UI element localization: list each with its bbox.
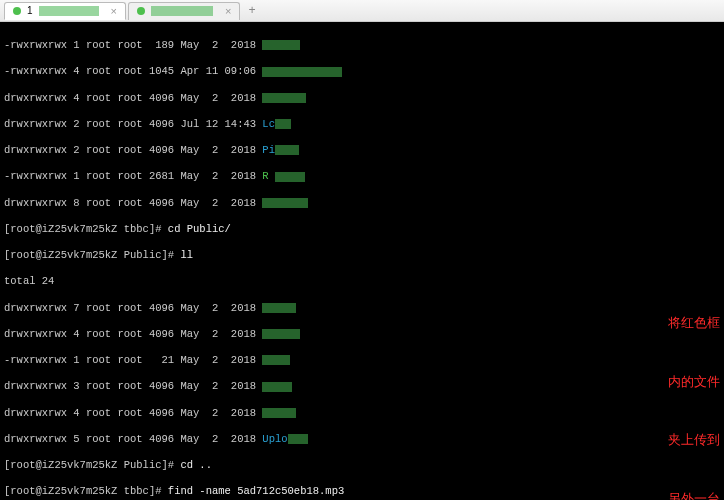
- command: ll: [180, 249, 193, 261]
- prompt: [root@iZ25vk7m25kZ Public]#: [4, 459, 180, 471]
- redacted-block: [275, 119, 291, 129]
- close-icon[interactable]: ×: [225, 5, 231, 17]
- redacted-block: [262, 408, 296, 418]
- redacted-block: [262, 303, 296, 313]
- redacted-block: [288, 434, 308, 444]
- redacted-block: [39, 6, 99, 16]
- redacted-block: [262, 40, 300, 50]
- ls-line: drwxrwxrwx 4 root root 4096 May 2 2018: [4, 92, 262, 104]
- prompt: [root@iZ25vk7m25kZ Public]#: [4, 249, 180, 261]
- annotation-line: 将红色框: [668, 313, 720, 333]
- redacted-block: [262, 355, 290, 365]
- ls-line: drwxrwxrwx 4 root root 4096 May 2 2018: [4, 328, 262, 340]
- ls-line: drwxrwxrwx 8 root root 4096 May 2 2018: [4, 197, 262, 209]
- output-line: total 24: [4, 275, 720, 288]
- redacted-block: [275, 172, 305, 182]
- ls-line: drwxrwxrwx 7 root root 4096 May 2 2018: [4, 302, 262, 314]
- redacted-block: [262, 67, 342, 77]
- tab-label: 1: [27, 5, 33, 16]
- redacted-block: [262, 198, 308, 208]
- ls-line: -rwxrwxrwx 4 root root 1045 Apr 11 09:06: [4, 65, 262, 77]
- annotation-line: 另外一台: [668, 489, 720, 501]
- redacted-block: [262, 382, 292, 392]
- command: cd Public/: [168, 223, 231, 235]
- annotation-line: 内的文件: [668, 372, 720, 392]
- ls-line: drwxrwxrwx 4 root root 4096 May 2 2018: [4, 407, 262, 419]
- prompt: [root@iZ25vk7m25kZ tbbc]#: [4, 485, 168, 497]
- ls-line: -rwxrwxrwx 1 root root 2681 May 2 2018: [4, 170, 262, 182]
- tab-1[interactable]: 1 ×: [4, 2, 126, 20]
- red-annotation: 将红色框 内的文件 夹上传到 另外一台 服务器: [668, 274, 720, 500]
- redacted-block: [262, 329, 300, 339]
- status-dot-icon: [137, 7, 145, 15]
- ls-line: -rwxrwxrwx 1 root root 189 May 2 2018: [4, 39, 262, 51]
- ls-line: drwxrwxrwx 3 root root 4096 May 2 2018: [4, 380, 262, 392]
- command: cd ..: [180, 459, 212, 471]
- ls-line: drwxrwxrwx 5 root root 4096 May 2 2018: [4, 433, 262, 445]
- annotation-line: 夹上传到: [668, 430, 720, 450]
- terminal-window: 1 × × + -rwxrwxrwx 1 root root 189 May 2…: [0, 0, 724, 500]
- add-tab-button[interactable]: +: [242, 4, 261, 18]
- command: find -name 5ad712c50eb18.mp3: [168, 485, 344, 497]
- terminal-body[interactable]: -rwxrwxrwx 1 root root 189 May 2 2018 -r…: [0, 22, 724, 500]
- tab-2[interactable]: ×: [128, 2, 240, 20]
- tab-bar: 1 × × +: [0, 0, 724, 22]
- redacted-block: [262, 93, 306, 103]
- prompt: [root@iZ25vk7m25kZ tbbc]#: [4, 223, 168, 235]
- redacted-block: [275, 145, 299, 155]
- ls-line: -rwxrwxrwx 1 root root 21 May 2 2018: [4, 354, 262, 366]
- redacted-block: [151, 6, 213, 16]
- ls-line: drwxrwxrwx 2 root root 4096 May 2 2018: [4, 144, 262, 156]
- status-dot-icon: [13, 7, 21, 15]
- close-icon[interactable]: ×: [111, 5, 117, 17]
- ls-line: drwxrwxrwx 2 root root 4096 Jul 12 14:43: [4, 118, 262, 130]
